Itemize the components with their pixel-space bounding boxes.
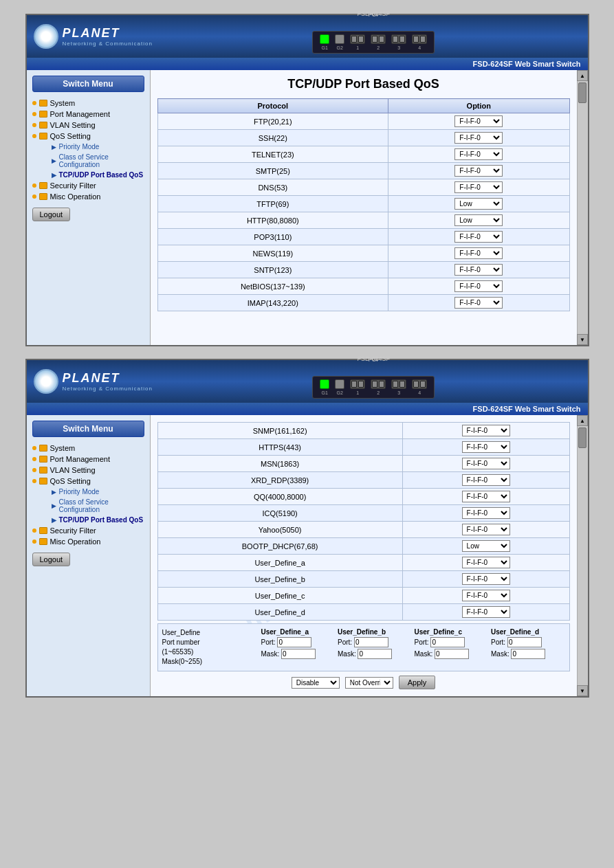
- option-select-3[interactable]: F-I-F-0HighMediumLow: [454, 165, 503, 177]
- table-row: HTTP(80,8080)F-I-F-0HighMediumLow: [157, 212, 569, 229]
- sidebar-sub-tcpudp-1[interactable]: ▶ TCP/UDP Port Based QoS: [32, 170, 144, 180]
- port-a-input[interactable]: [277, 637, 311, 647]
- mask-a-input[interactable]: [281, 649, 316, 659]
- sidebar-item-misc-1[interactable]: Misc Operation: [32, 191, 144, 202]
- option-select-0[interactable]: F-I-F-0HighMediumLow: [454, 115, 503, 127]
- port2-3: 3: [391, 379, 406, 395]
- folder-icon-qos-2: [39, 478, 47, 485]
- scroll-thumb-2[interactable]: [578, 427, 586, 448]
- sidebar-sub-label-priority-1: Priority Mode: [59, 143, 100, 151]
- sidebar-sub-priority-2[interactable]: ▶ Priority Mode: [32, 487, 144, 497]
- option-select-10[interactable]: F-I-F-0HighMediumLow: [454, 280, 503, 292]
- scroll-up-1[interactable]: ▲: [577, 70, 588, 81]
- sidebar-item-qos-2[interactable]: QoS Setting: [32, 476, 144, 487]
- sidebar-item-vlan-2[interactable]: VLAN Setting: [32, 465, 144, 476]
- apply-button[interactable]: Apply: [399, 676, 436, 689]
- logout-btn-1[interactable]: Logout: [32, 208, 71, 221]
- logout-btn-2[interactable]: Logout: [32, 553, 71, 566]
- option-select2-3[interactable]: F-I-F-0HighMediumLow: [462, 474, 510, 486]
- port2-dual-4: [412, 379, 427, 389]
- device-header-2: PLANET Networking & Communication FSD-62…: [27, 360, 588, 403]
- content-2: manualsarchive.com SNMP(161,162)F-I-F-0H…: [151, 415, 577, 696]
- option-cell: F-I-F-0HighMediumLow: [388, 229, 569, 245]
- port2-g2: G2: [335, 379, 344, 395]
- option-select2-5[interactable]: F-I-F-0HighMediumLow: [462, 507, 510, 519]
- option-select-6[interactable]: F-I-F-0HighMediumLow: [454, 214, 503, 226]
- port-c-input[interactable]: [430, 637, 465, 647]
- port-4: 4: [412, 34, 427, 50]
- port-b-input[interactable]: [354, 637, 388, 647]
- option-select2-4[interactable]: F-I-F-0HighMediumLow: [462, 491, 510, 502]
- user-define-a-mask-row: Mask:: [261, 649, 316, 659]
- option-select2-8[interactable]: F-I-F-0HighMediumLow: [462, 557, 510, 568]
- port-a-label: Port:: [261, 638, 276, 646]
- option-cell-2: F-I-F-0HighMediumLow: [402, 505, 569, 522]
- option-select2-11[interactable]: F-I-F-0HighMediumLow: [462, 606, 510, 618]
- protocol-cell: SSH(22): [157, 130, 388, 146]
- bullet-misc-2: [32, 539, 36, 544]
- sidebar-sub-priority-1[interactable]: ▶ Priority Mode: [32, 142, 144, 152]
- sidebar-item-security-2[interactable]: Security Filter: [32, 525, 144, 536]
- option-select2-6[interactable]: F-I-F-0HighMediumLow: [462, 524, 510, 535]
- planet-logo-icon-2: [34, 369, 58, 394]
- mask-b-input[interactable]: [358, 649, 392, 659]
- switch-menu-btn-1[interactable]: Switch Menu: [32, 76, 144, 92]
- sidebar-label-system-1: System: [50, 99, 76, 107]
- option-cell-2: F-I-F-0HighMediumLow: [402, 538, 569, 555]
- scroll-up-2[interactable]: ▲: [577, 415, 588, 426]
- sidebar-item-qos-1[interactable]: QoS Setting: [32, 131, 144, 142]
- sidebar-item-misc-2[interactable]: Misc Operation: [32, 536, 144, 547]
- option-select-9[interactable]: F-I-F-0HighMediumLow: [454, 264, 503, 276]
- override-dropdown[interactable]: Not Override Override: [345, 677, 393, 689]
- option-select-1[interactable]: F-I-F-0HighMediumLow: [454, 132, 503, 144]
- planet-brand-subtitle: Networking & Communication: [63, 41, 153, 47]
- bullet-security-2: [32, 528, 36, 533]
- sidebar-item-system-1[interactable]: System: [32, 98, 144, 109]
- user-define-d-mask-row: Mask:: [491, 649, 545, 659]
- option-cell: F-I-F-0HighMediumLow: [388, 212, 569, 229]
- scroll-down-2[interactable]: ▼: [577, 685, 588, 696]
- port2-2: 2: [371, 379, 386, 395]
- option-select-7[interactable]: F-I-F-0HighMediumLow: [454, 231, 503, 243]
- user-define-col-a: User_Define_a Port: Mask:: [261, 628, 336, 659]
- sidebar-item-vlan-1[interactable]: VLAN Setting: [32, 120, 144, 131]
- option-select2-0[interactable]: F-I-F-0HighMediumLow: [462, 425, 510, 436]
- sub-header-1: FSD-624SF Web Smart Switch: [27, 58, 588, 70]
- option-select-8[interactable]: F-I-F-0HighMediumLow: [454, 247, 503, 259]
- user-define-b-port-row: Port:: [338, 637, 388, 647]
- port-dual-3: [391, 34, 406, 44]
- sidebar-item-portmgmt-1[interactable]: Port Management: [32, 109, 144, 120]
- user-define-b-mask-row: Mask:: [338, 649, 392, 659]
- switch-menu-btn-2[interactable]: Switch Menu: [32, 421, 144, 437]
- option-select-11[interactable]: F-I-F-0HighMediumLow: [454, 297, 503, 309]
- arrow-cos-1: ▶: [52, 157, 56, 164]
- mask-c-input[interactable]: [435, 649, 469, 659]
- status-dropdown[interactable]: Disable Enable: [292, 677, 340, 689]
- option-select-5[interactable]: F-I-F-0HighMediumLow: [454, 198, 503, 210]
- mask-d-input[interactable]: [511, 649, 545, 659]
- option-select2-9[interactable]: F-I-F-0HighMediumLow: [462, 573, 510, 585]
- sub-header-2: FSD-624SF Web Smart Switch: [27, 403, 588, 415]
- option-select-2[interactable]: F-I-F-0HighMediumLow: [454, 148, 503, 160]
- option-select-4[interactable]: F-I-F-0HighMediumLow: [454, 181, 503, 193]
- sidebar-sub-tcpudp-2[interactable]: ▶ TCP/UDP Port Based QoS: [32, 515, 144, 525]
- option-select2-10[interactable]: F-I-F-0HighMediumLow: [462, 590, 510, 601]
- sidebar-item-security-1[interactable]: Security Filter: [32, 180, 144, 191]
- option-cell-2: F-I-F-0HighMediumLow: [402, 604, 569, 621]
- port-d-input[interactable]: [507, 637, 542, 647]
- sidebar-item-system-2[interactable]: System: [32, 443, 144, 454]
- option-cell-2: F-I-F-0HighMediumLow: [402, 571, 569, 588]
- option-select2-2[interactable]: F-I-F-0HighMediumLow: [462, 458, 510, 469]
- mask-b-label: Mask:: [338, 650, 356, 658]
- option-select2-1[interactable]: F-I-F-0HighMediumLow: [462, 441, 510, 453]
- option-select2-7[interactable]: F-I-F-0HighMediumLow: [462, 540, 510, 552]
- scroll-down-1[interactable]: ▼: [577, 334, 588, 345]
- port-g2: G2: [335, 34, 344, 50]
- sidebar-sub-cos-2[interactable]: ▶ Class of Service Configuration: [32, 497, 144, 515]
- protocol-cell: SMTP(25): [157, 163, 388, 179]
- sidebar-sub-cos-1[interactable]: ▶ Class of Service Configuration: [32, 152, 144, 170]
- sidebar-item-portmgmt-2[interactable]: Port Management: [32, 454, 144, 465]
- sub-header-text-1: FSD-624SF Web Smart Switch: [473, 60, 581, 68]
- scroll-thumb-1[interactable]: [578, 82, 586, 103]
- sidebar-sub-label-cos-1: Class of Service Configuration: [59, 153, 144, 168]
